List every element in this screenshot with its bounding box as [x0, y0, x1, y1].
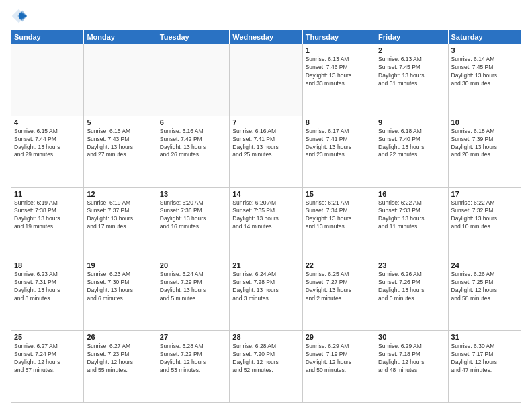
calendar-cell: [157, 44, 229, 116]
day-info: Sunrise: 6:22 AMSunset: 7:32 PMDaylight:…: [451, 199, 518, 232]
day-number: 24: [451, 261, 518, 269]
calendar-cell: 11Sunrise: 6:19 AMSunset: 7:38 PMDayligh…: [11, 187, 84, 259]
day-number: 7: [232, 118, 299, 126]
day-number: 17: [451, 190, 518, 198]
calendar-cell: 1Sunrise: 6:13 AMSunset: 7:46 PMDaylight…: [302, 44, 375, 116]
day-number: 29: [306, 333, 372, 341]
calendar-cell: [230, 44, 302, 116]
weekday-header: Wednesday: [230, 30, 302, 44]
day-number: 31: [451, 333, 518, 341]
week-row: 11Sunrise: 6:19 AMSunset: 7:38 PMDayligh…: [11, 187, 521, 259]
day-number: 21: [232, 261, 299, 269]
calendar-cell: 30Sunrise: 6:29 AMSunset: 7:18 PMDayligh…: [375, 331, 448, 403]
day-number: 14: [232, 190, 299, 198]
day-info: Sunrise: 6:19 AMSunset: 7:37 PMDaylight:…: [87, 199, 153, 232]
calendar-body: 1Sunrise: 6:13 AMSunset: 7:46 PMDaylight…: [11, 44, 521, 403]
calendar-cell: [11, 44, 84, 116]
day-number: 10: [451, 118, 518, 126]
day-info: Sunrise: 6:15 AMSunset: 7:44 PMDaylight:…: [14, 128, 81, 160]
day-info: Sunrise: 6:29 AMSunset: 7:19 PMDaylight:…: [306, 342, 372, 375]
calendar-cell: 14Sunrise: 6:20 AMSunset: 7:35 PMDayligh…: [230, 187, 302, 259]
calendar-cell: 16Sunrise: 6:22 AMSunset: 7:33 PMDayligh…: [375, 187, 448, 259]
day-info: Sunrise: 6:24 AMSunset: 7:29 PMDaylight:…: [160, 271, 226, 303]
header: [11, 8, 521, 24]
weekday-header: Monday: [84, 30, 157, 44]
day-info: Sunrise: 6:14 AMSunset: 7:45 PMDaylight:…: [451, 56, 518, 88]
day-info: Sunrise: 6:25 AMSunset: 7:27 PMDaylight:…: [306, 271, 372, 303]
calendar-cell: 4Sunrise: 6:15 AMSunset: 7:44 PMDaylight…: [11, 116, 84, 187]
calendar-cell: 19Sunrise: 6:23 AMSunset: 7:30 PMDayligh…: [84, 259, 157, 331]
calendar-cell: 6Sunrise: 6:16 AMSunset: 7:42 PMDaylight…: [157, 116, 229, 187]
calendar-cell: 12Sunrise: 6:19 AMSunset: 7:37 PMDayligh…: [84, 187, 157, 259]
day-number: 15: [306, 190, 372, 198]
calendar-cell: 26Sunrise: 6:27 AMSunset: 7:23 PMDayligh…: [84, 331, 157, 403]
day-number: 2: [378, 46, 445, 54]
day-info: Sunrise: 6:18 AMSunset: 7:40 PMDaylight:…: [378, 128, 445, 160]
calendar-cell: 8Sunrise: 6:17 AMSunset: 7:41 PMDaylight…: [302, 116, 375, 187]
calendar-cell: 15Sunrise: 6:21 AMSunset: 7:34 PMDayligh…: [302, 187, 375, 259]
day-info: Sunrise: 6:19 AMSunset: 7:38 PMDaylight:…: [14, 199, 81, 232]
logo: [11, 8, 30, 24]
day-info: Sunrise: 6:26 AMSunset: 7:26 PMDaylight:…: [378, 271, 445, 303]
calendar-cell: 20Sunrise: 6:24 AMSunset: 7:29 PMDayligh…: [157, 259, 229, 331]
day-number: 27: [160, 333, 226, 341]
week-row: 1Sunrise: 6:13 AMSunset: 7:46 PMDaylight…: [11, 44, 521, 116]
calendar-cell: 13Sunrise: 6:20 AMSunset: 7:36 PMDayligh…: [157, 187, 229, 259]
weekday-header: Saturday: [448, 30, 521, 44]
day-number: 6: [160, 118, 226, 126]
week-row: 18Sunrise: 6:23 AMSunset: 7:31 PMDayligh…: [11, 259, 521, 331]
weekday-header: Tuesday: [157, 30, 229, 44]
day-number: 30: [378, 333, 445, 341]
calendar-cell: 22Sunrise: 6:25 AMSunset: 7:27 PMDayligh…: [302, 259, 375, 331]
day-info: Sunrise: 6:15 AMSunset: 7:43 PMDaylight:…: [87, 128, 153, 160]
calendar-cell: 31Sunrise: 6:30 AMSunset: 7:17 PMDayligh…: [448, 331, 521, 403]
day-info: Sunrise: 6:21 AMSunset: 7:34 PMDaylight:…: [306, 199, 372, 232]
day-number: 4: [14, 118, 81, 126]
calendar-cell: 9Sunrise: 6:18 AMSunset: 7:40 PMDaylight…: [375, 116, 448, 187]
calendar-cell: 18Sunrise: 6:23 AMSunset: 7:31 PMDayligh…: [11, 259, 84, 331]
day-info: Sunrise: 6:22 AMSunset: 7:33 PMDaylight:…: [378, 199, 445, 232]
calendar-cell: 29Sunrise: 6:29 AMSunset: 7:19 PMDayligh…: [302, 331, 375, 403]
day-info: Sunrise: 6:20 AMSunset: 7:36 PMDaylight:…: [160, 199, 226, 232]
day-info: Sunrise: 6:24 AMSunset: 7:28 PMDaylight:…: [232, 271, 299, 303]
day-number: 9: [378, 118, 445, 126]
day-number: 22: [306, 261, 372, 269]
day-number: 12: [87, 190, 153, 198]
calendar-cell: 25Sunrise: 6:27 AMSunset: 7:24 PMDayligh…: [11, 331, 84, 403]
calendar-cell: 24Sunrise: 6:26 AMSunset: 7:25 PMDayligh…: [448, 259, 521, 331]
day-number: 11: [14, 190, 81, 198]
day-number: 23: [378, 261, 445, 269]
day-info: Sunrise: 6:16 AMSunset: 7:42 PMDaylight:…: [160, 128, 226, 160]
logo-icon: [11, 8, 27, 24]
day-number: 8: [306, 118, 372, 126]
calendar-cell: 7Sunrise: 6:16 AMSunset: 7:41 PMDaylight…: [230, 116, 302, 187]
calendar-cell: 2Sunrise: 6:13 AMSunset: 7:45 PMDaylight…: [375, 44, 448, 116]
calendar-cell: 3Sunrise: 6:14 AMSunset: 7:45 PMDaylight…: [448, 44, 521, 116]
day-info: Sunrise: 6:28 AMSunset: 7:22 PMDaylight:…: [160, 342, 226, 375]
day-number: 16: [378, 190, 445, 198]
day-number: 3: [451, 46, 518, 54]
day-info: Sunrise: 6:23 AMSunset: 7:31 PMDaylight:…: [14, 271, 81, 303]
calendar-cell: 17Sunrise: 6:22 AMSunset: 7:32 PMDayligh…: [448, 187, 521, 259]
day-number: 19: [87, 261, 153, 269]
day-info: Sunrise: 6:16 AMSunset: 7:41 PMDaylight:…: [232, 128, 299, 160]
day-info: Sunrise: 6:29 AMSunset: 7:18 PMDaylight:…: [378, 342, 445, 375]
calendar-cell: 10Sunrise: 6:18 AMSunset: 7:39 PMDayligh…: [448, 116, 521, 187]
day-info: Sunrise: 6:27 AMSunset: 7:24 PMDaylight:…: [14, 342, 81, 375]
day-info: Sunrise: 6:30 AMSunset: 7:17 PMDaylight:…: [451, 342, 518, 375]
day-info: Sunrise: 6:17 AMSunset: 7:41 PMDaylight:…: [306, 128, 372, 160]
day-info: Sunrise: 6:20 AMSunset: 7:35 PMDaylight:…: [232, 199, 299, 232]
day-number: 5: [87, 118, 153, 126]
day-number: 18: [14, 261, 81, 269]
calendar-header: SundayMondayTuesdayWednesdayThursdayFrid…: [11, 30, 521, 44]
day-info: Sunrise: 6:18 AMSunset: 7:39 PMDaylight:…: [451, 128, 518, 160]
day-number: 25: [14, 333, 81, 341]
day-info: Sunrise: 6:13 AMSunset: 7:45 PMDaylight:…: [378, 56, 445, 88]
day-info: Sunrise: 6:27 AMSunset: 7:23 PMDaylight:…: [87, 342, 153, 375]
week-row: 25Sunrise: 6:27 AMSunset: 7:24 PMDayligh…: [11, 331, 521, 403]
calendar-cell: 21Sunrise: 6:24 AMSunset: 7:28 PMDayligh…: [230, 259, 302, 331]
page: SundayMondayTuesdayWednesdayThursdayFrid…: [0, 0, 532, 411]
day-info: Sunrise: 6:28 AMSunset: 7:20 PMDaylight:…: [232, 342, 299, 375]
calendar-cell: 5Sunrise: 6:15 AMSunset: 7:43 PMDaylight…: [84, 116, 157, 187]
calendar: SundayMondayTuesdayWednesdayThursdayFrid…: [11, 30, 521, 403]
